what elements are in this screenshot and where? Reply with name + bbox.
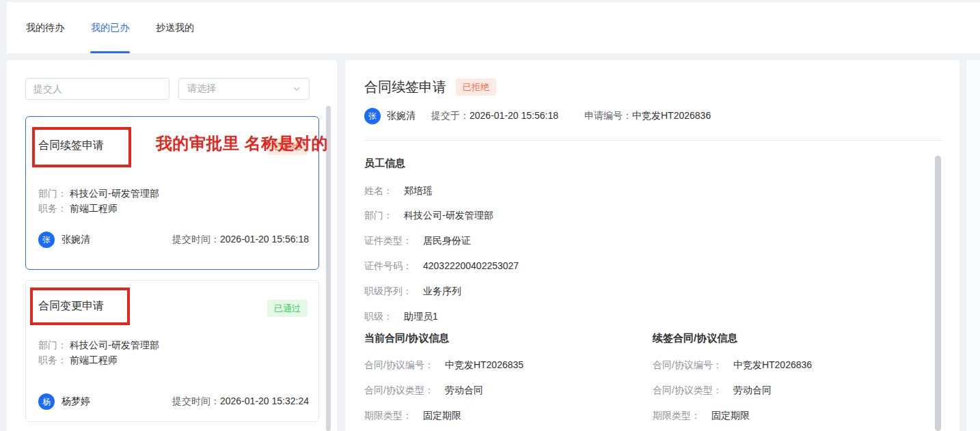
renewal-term-type-row: 期限类型：固定期限 <box>653 410 750 422</box>
detail-status-badge: 已拒绝 <box>456 79 496 96</box>
employee-grade-row: 职级：助理员1 <box>364 311 438 323</box>
avatar: 张 <box>38 232 55 248</box>
detail-submitted-at: 提交于：2026-01-20 15:56:18 <box>431 110 558 122</box>
tab-my-done-label: 我的已办 <box>91 22 129 34</box>
detail-scrollbar[interactable] <box>935 156 941 431</box>
field-value: 固定期限 <box>423 410 461 421</box>
field-label: 期限类型： <box>653 410 700 421</box>
field-value: 420322200402253027 <box>423 260 519 271</box>
current-contract-type-row: 合同/协议类型：劳动合同 <box>364 385 483 397</box>
header-divider <box>364 140 942 141</box>
detail-application-no: 申请编号：中竞发HT2026836 <box>584 110 711 122</box>
field-label: 姓名： <box>364 185 393 196</box>
submit-time-value: 2026-01-20 15:56:18 <box>220 234 309 245</box>
current-contract-heading: 当前合同/协议信息 <box>364 332 449 345</box>
renewal-contract-heading: 续签合同/协议信息 <box>653 332 737 345</box>
employee-id-type-row: 证件类型：居民身份证 <box>364 235 471 247</box>
detail-header: 合同续签申请 已拒绝 <box>364 78 496 96</box>
field-label: 合同/协议类型： <box>653 385 722 395</box>
field-value: 中竞发HT2026835 <box>445 359 523 370</box>
field-value: 劳动合同 <box>445 385 483 395</box>
department-value: 科技公司-研发管理部 <box>70 339 159 350</box>
employee-grade-sequence-row: 职级序列：业务序列 <box>364 286 461 298</box>
submit-time: 提交时间：2026-01-20 15:56:18 <box>172 234 309 246</box>
approval-list-panel: 请选择 合同续签申请 已拒绝 部门：科技公司-研发管理部 职务：前端工程师 张 … <box>7 60 337 431</box>
field-value: 中竞发HT2026836 <box>733 359 812 370</box>
field-label: 职级序列： <box>364 286 412 296</box>
submit-time-label: 提交时间： <box>172 395 220 406</box>
status-select[interactable]: 请选择 <box>178 78 310 100</box>
avatar: 张 <box>364 108 381 124</box>
card-department-row: 部门：科技公司-研发管理部 <box>38 339 159 352</box>
chevron-down-icon <box>292 85 301 93</box>
tab-my-done[interactable]: 我的已办 <box>91 2 129 53</box>
current-contract-no-row: 合同/协议编号：中竞发HT2026835 <box>364 359 523 372</box>
tab-cc-to-me-label: 抄送我的 <box>156 22 194 34</box>
tab-my-todo-label: 我的待办 <box>26 22 64 34</box>
submitter-name: 张婉清 <box>62 234 90 246</box>
field-label: 职级： <box>364 311 393 322</box>
field-label: 证件类型： <box>364 235 412 246</box>
status-badge: 已通过 <box>267 300 308 317</box>
field-label: 合同/协议编号： <box>653 359 722 370</box>
tab-bar: 我的待办 我的已办 抄送我的 <box>7 2 980 53</box>
active-tab-underline <box>90 51 130 53</box>
detail-submitter-name: 张婉清 <box>387 110 416 122</box>
annotation-note: 我的审批里 名称是对的 <box>156 133 328 154</box>
card-footer: 张 张婉清 提交时间：2026-01-20 15:56:18 <box>38 232 309 248</box>
position-label: 职务： <box>38 203 67 214</box>
detail-title: 合同续签申请 <box>364 78 446 96</box>
field-label: 合同/协议编号： <box>364 359 434 370</box>
card-position-row: 职务：前端工程师 <box>38 203 118 215</box>
submit-time-label: 提交时间： <box>172 234 220 245</box>
field-value: 郑培瑶 <box>404 185 433 196</box>
card-department-row: 部门：科技公司-研发管理部 <box>38 188 159 200</box>
submitted-at-label: 提交于： <box>431 110 469 121</box>
status-select-placeholder: 请选择 <box>187 83 216 95</box>
list-scrollbar[interactable] <box>326 106 331 431</box>
position-value: 前端工程师 <box>70 203 118 214</box>
tab-my-todo[interactable]: 我的待办 <box>26 2 64 53</box>
renewal-contract-no-row: 合同/协议编号：中竞发HT2026836 <box>653 359 812 372</box>
renewal-contract-type-row: 合同/协议类型：劳动合同 <box>653 385 772 397</box>
submit-time: 提交时间：2026-01-20 15:32:24 <box>172 395 309 408</box>
field-label: 期限类型： <box>364 410 412 421</box>
field-label: 部门： <box>364 210 393 221</box>
field-value: 劳动合同 <box>733 385 772 395</box>
current-term-type-row: 期限类型：固定期限 <box>364 410 461 422</box>
annotation-box-change-title <box>30 288 130 325</box>
application-no-value: 中竞发HT2026836 <box>632 110 711 121</box>
field-label: 证件号码： <box>364 260 412 271</box>
submit-time-value: 2026-01-20 15:32:24 <box>220 395 309 406</box>
employee-name-row: 姓名：郑培瑶 <box>364 185 433 197</box>
tab-cc-to-me[interactable]: 抄送我的 <box>156 2 194 53</box>
detail-meta-row: 张 张婉清 提交于：2026-01-20 15:56:18 申请编号：中竞发HT… <box>364 108 711 124</box>
employee-info-heading: 员工信息 <box>364 157 405 170</box>
submitter-input[interactable] <box>25 78 169 100</box>
field-label: 合同/协议类型： <box>364 385 434 395</box>
employee-id-number-row: 证件号码：420322200402253027 <box>364 260 519 273</box>
card-footer: 杨 杨梦婷 提交时间：2026-01-20 15:32:24 <box>38 393 309 410</box>
application-no-label: 申请编号： <box>584 110 632 121</box>
approval-detail-panel: 合同续签申请 已拒绝 张 张婉清 提交于：2026-01-20 15:56:18… <box>345 60 959 431</box>
department-label: 部门： <box>38 339 67 350</box>
submitted-at-value: 2026-01-20 15:56:18 <box>469 110 558 121</box>
field-value: 业务序列 <box>423 286 461 296</box>
position-label: 职务： <box>38 354 67 365</box>
submitter-name: 杨梦婷 <box>62 395 90 408</box>
field-value: 助理员1 <box>404 311 438 322</box>
annotation-box-renewal-title <box>32 127 131 167</box>
position-value: 前端工程师 <box>70 354 118 365</box>
field-value: 居民身份证 <box>423 235 471 246</box>
card-position-row: 职务：前端工程师 <box>38 354 118 367</box>
avatar: 杨 <box>38 393 55 410</box>
filter-bar: 请选择 <box>25 78 310 100</box>
employee-department-row: 部门：科技公司-研发管理部 <box>364 210 493 222</box>
department-label: 部门： <box>38 188 67 199</box>
field-value: 固定期限 <box>711 410 750 421</box>
department-value: 科技公司-研发管理部 <box>70 188 159 199</box>
browser-scrollbar-track[interactable] <box>966 60 980 431</box>
field-value: 科技公司-研发管理部 <box>404 210 493 221</box>
